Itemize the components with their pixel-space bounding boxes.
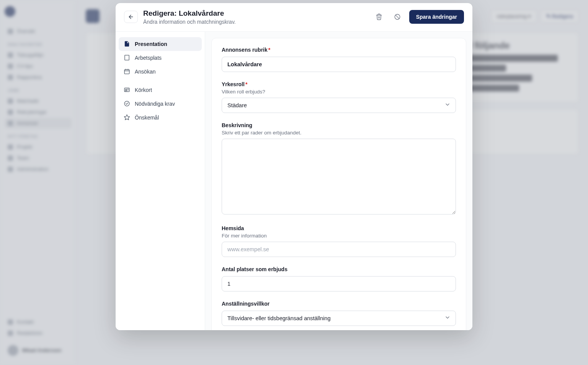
required-indicator: * bbox=[245, 81, 247, 87]
field-anstallning: Anställningsvillkor Tillsvidare- eller t… bbox=[222, 301, 456, 326]
disable-button[interactable] bbox=[391, 10, 404, 23]
svg-line-2 bbox=[395, 15, 399, 19]
nav-presentation[interactable]: Presentation bbox=[119, 37, 202, 51]
check-circle-icon bbox=[123, 100, 130, 107]
ban-icon bbox=[394, 13, 401, 20]
modal-content[interactable]: Annonsens rubrik* Yrkesroll* Vilken roll… bbox=[205, 32, 472, 330]
antal-input[interactable] bbox=[222, 276, 456, 291]
star-icon bbox=[123, 114, 130, 121]
form-card: Annonsens rubrik* Yrkesroll* Vilken roll… bbox=[211, 38, 466, 330]
modal-title: Redigera: Lokalvårdare bbox=[143, 9, 367, 18]
building-icon bbox=[123, 54, 130, 61]
hemsida-help: För mer information bbox=[222, 233, 456, 239]
back-button[interactable] bbox=[124, 11, 138, 23]
svg-point-21 bbox=[124, 101, 129, 106]
document-icon bbox=[123, 41, 130, 47]
svg-rect-3 bbox=[124, 55, 129, 60]
modal-header: Redigera: Lokalvårdare Ändra information… bbox=[116, 3, 472, 31]
modal-body: Presentation Arbetsplats Ansökan bbox=[116, 31, 472, 330]
anstallning-label: Anställningsvillkor bbox=[222, 301, 456, 307]
field-beskrivning: Beskrivning Skriv ett par rader om erbju… bbox=[222, 122, 456, 216]
beskrivning-help: Skriv ett par rader om erbjudandet. bbox=[222, 130, 456, 136]
yrkesroll-help: Vilken roll erbjuds? bbox=[222, 89, 456, 95]
svg-rect-13 bbox=[124, 70, 129, 74]
nav-label: Önskemål bbox=[135, 115, 159, 121]
yrkesroll-label: Yrkesroll* bbox=[222, 81, 456, 87]
field-antal-platser: Antal platser som erbjuds bbox=[222, 266, 456, 291]
id-card-icon bbox=[123, 87, 130, 93]
modal-overlay[interactable]: Redigera: Lokalvårdare Ändra information… bbox=[0, 0, 588, 365]
nav-arbetsplats[interactable]: Arbetsplats bbox=[119, 51, 202, 65]
required-indicator: * bbox=[268, 47, 270, 53]
calendar-icon bbox=[123, 68, 130, 75]
beskrivning-textarea[interactable] bbox=[222, 139, 456, 214]
beskrivning-label: Beskrivning bbox=[222, 122, 456, 128]
save-button[interactable]: Spara ändringar bbox=[409, 10, 464, 24]
modal-nav: Presentation Arbetsplats Ansökan bbox=[116, 32, 205, 330]
nav-label: Körkort bbox=[135, 87, 152, 93]
hemsida-input[interactable] bbox=[222, 242, 456, 257]
nav-onskemal[interactable]: Önskemål bbox=[119, 111, 202, 124]
arrow-left-icon bbox=[128, 14, 134, 20]
nav-korkort[interactable]: Körkort bbox=[119, 83, 202, 97]
nav-label: Nödvändiga krav bbox=[135, 101, 175, 107]
nav-label: Ansökan bbox=[135, 69, 155, 75]
edit-modal: Redigera: Lokalvårdare Ändra information… bbox=[116, 3, 472, 330]
nav-nodvandiga[interactable]: Nödvändiga krav bbox=[119, 97, 202, 111]
trash-icon bbox=[376, 13, 382, 20]
yrkesroll-select[interactable]: Städare bbox=[222, 98, 456, 113]
field-annons-rubrik: Annonsens rubrik* bbox=[222, 47, 456, 72]
anstallning-select[interactable]: Tillsvidare- eller tidsbegränsad anställ… bbox=[222, 311, 456, 326]
hemsida-label: Hemsida bbox=[222, 225, 456, 231]
annons-input[interactable] bbox=[222, 57, 456, 72]
annons-label: Annonsens rubrik* bbox=[222, 47, 456, 53]
field-hemsida: Hemsida För mer information bbox=[222, 225, 456, 257]
delete-button[interactable] bbox=[372, 10, 385, 23]
field-yrkesroll: Yrkesroll* Vilken roll erbjuds? Städare bbox=[222, 81, 456, 113]
svg-point-18 bbox=[125, 89, 126, 90]
nav-label: Presentation bbox=[135, 41, 167, 47]
nav-ansokan[interactable]: Ansökan bbox=[119, 65, 202, 79]
antal-label: Antal platser som erbjuds bbox=[222, 266, 456, 272]
modal-subtitle: Ändra information och matchningskrav. bbox=[143, 19, 367, 25]
nav-label: Arbetsplats bbox=[135, 55, 162, 61]
svg-marker-22 bbox=[124, 115, 129, 120]
